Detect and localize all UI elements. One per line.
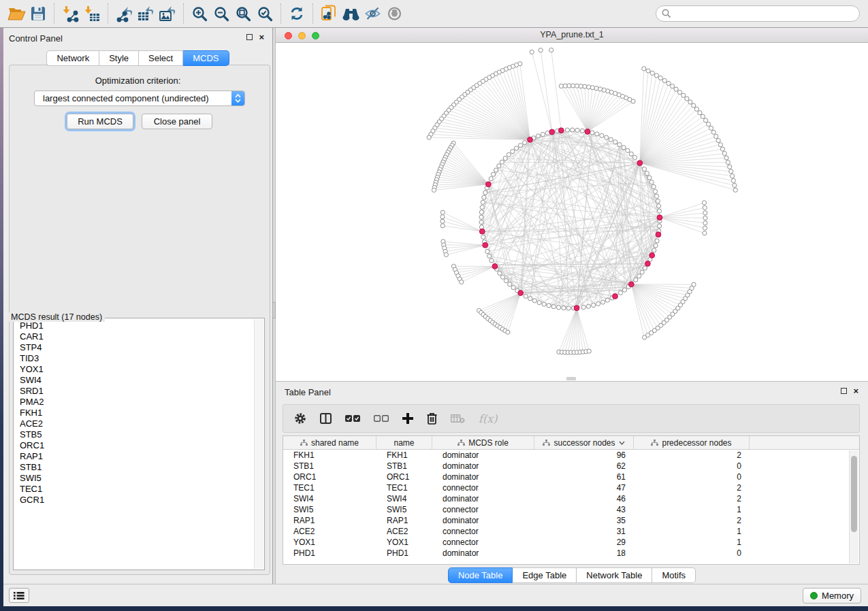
network-node[interactable] <box>701 114 705 118</box>
delete-column-icon[interactable] <box>427 412 437 425</box>
network-node[interactable] <box>662 78 666 82</box>
cell-successor-nodes[interactable]: 35 <box>534 515 634 526</box>
network-node[interactable] <box>703 226 707 230</box>
close-icon[interactable]: × <box>259 34 264 40</box>
network-node[interactable] <box>692 282 696 286</box>
network-node[interactable] <box>523 141 527 145</box>
table-row[interactable]: FKH1FKH1dominator962 <box>283 450 859 461</box>
mcds-result-item[interactable]: RAP1 <box>16 451 253 462</box>
cell-MCDS-role[interactable]: dominator <box>432 493 534 504</box>
network-node[interactable] <box>681 93 686 97</box>
network-node[interactable] <box>658 76 662 80</box>
mcds-dominator-node[interactable] <box>637 161 643 166</box>
task-history-button[interactable] <box>9 588 29 603</box>
network-node[interactable] <box>514 146 518 150</box>
network-node[interactable] <box>666 81 671 85</box>
network-node[interactable] <box>640 270 644 274</box>
mcds-result-item[interactable]: TID3 <box>16 353 253 364</box>
hide-eye-button[interactable] <box>361 3 383 24</box>
cell-shared-name[interactable]: ACE2 <box>283 526 376 537</box>
network-node[interactable] <box>598 87 602 91</box>
network-node[interactable] <box>497 164 501 168</box>
cell-successor-nodes[interactable]: 46 <box>534 493 634 504</box>
network-canvas[interactable] <box>276 43 868 381</box>
mcds-dominator-node[interactable] <box>585 129 590 135</box>
network-node[interactable] <box>646 69 650 73</box>
export-image-button[interactable] <box>157 3 178 24</box>
mcds-dominator-node[interactable] <box>645 261 651 267</box>
mcds-dominator-node[interactable] <box>549 129 555 135</box>
network-node[interactable] <box>508 282 512 286</box>
network-node[interactable] <box>642 167 646 171</box>
network-node[interactable] <box>622 288 626 292</box>
network-node[interactable] <box>658 224 662 228</box>
horizontal-splitter-handle[interactable] <box>566 377 576 380</box>
tab-mcds[interactable]: MCDS <box>183 50 229 66</box>
network-node[interactable] <box>703 211 707 215</box>
network-node[interactable] <box>487 254 492 258</box>
cell-shared-name[interactable]: PHD1 <box>283 548 376 559</box>
mcds-result-item[interactable]: SRD1 <box>16 386 253 397</box>
network-node[interactable] <box>511 286 515 290</box>
network-node[interactable] <box>480 205 484 210</box>
mcds-dominator-node[interactable] <box>628 282 634 287</box>
network-node[interactable] <box>592 303 596 308</box>
network-node[interactable] <box>587 85 591 89</box>
cell-successor-nodes[interactable]: 18 <box>534 548 634 559</box>
network-node[interactable] <box>652 248 656 252</box>
network-node[interactable] <box>730 174 735 178</box>
network-node[interactable] <box>722 151 726 155</box>
network-node[interactable] <box>483 191 487 195</box>
zoom-out-button[interactable] <box>210 3 232 24</box>
mcds-result-item[interactable]: GCR1 <box>16 495 253 506</box>
network-node[interactable] <box>600 133 604 137</box>
mcds-dominator-node[interactable] <box>518 291 524 296</box>
network-node[interactable] <box>595 132 599 136</box>
network-node[interactable] <box>528 297 532 301</box>
network-node[interactable] <box>506 330 510 334</box>
network-node[interactable] <box>570 128 575 132</box>
network-node[interactable] <box>575 128 579 132</box>
cell-successor-nodes[interactable]: 47 <box>534 482 634 493</box>
network-node[interactable] <box>703 216 707 220</box>
network-node[interactable] <box>489 177 493 181</box>
cell-shared-name[interactable]: FKH1 <box>283 450 376 461</box>
cell-shared-name[interactable]: TEC1 <box>283 482 376 493</box>
cell-MCDS-role[interactable]: dominator <box>432 515 534 526</box>
network-node[interactable] <box>537 301 541 305</box>
network-node[interactable] <box>622 146 626 150</box>
network-node[interactable] <box>547 303 551 308</box>
close-panel-button[interactable]: Close panel <box>142 114 212 129</box>
zoom-fit-button[interactable] <box>232 3 254 24</box>
network-node[interactable] <box>629 152 633 156</box>
cell-MCDS-role[interactable]: connector <box>432 537 534 548</box>
cell-predecessor-nodes[interactable]: 2 <box>634 515 750 526</box>
network-node[interactable] <box>440 224 445 228</box>
show-eye-button[interactable] <box>383 3 405 24</box>
cell-MCDS-role[interactable]: connector <box>432 526 534 537</box>
network-node[interactable] <box>703 205 707 210</box>
mcds-dominator-node[interactable] <box>528 137 533 142</box>
network-node[interactable] <box>618 291 622 295</box>
network-node[interactable] <box>559 84 563 88</box>
cell-shared-name[interactable]: SWI5 <box>283 504 376 515</box>
network-node[interactable] <box>601 300 605 304</box>
network-node[interactable] <box>655 239 659 243</box>
network-node[interactable] <box>642 67 646 71</box>
cell-predecessor-nodes[interactable]: 1 <box>634 537 750 548</box>
network-node[interactable] <box>726 161 730 165</box>
cell-successor-nodes[interactable]: 43 <box>534 504 634 515</box>
cell-MCDS-role[interactable]: dominator <box>432 472 534 482</box>
mcds-dominator-node[interactable] <box>613 294 618 299</box>
save-session-button[interactable] <box>27 3 49 24</box>
network-node[interactable] <box>645 171 649 176</box>
cell-predecessor-nodes[interactable]: 0 <box>634 548 750 559</box>
cell-predecessor-nodes[interactable]: 1 <box>634 526 750 537</box>
network-node[interactable] <box>551 305 556 309</box>
network-node[interactable] <box>605 298 609 302</box>
mcds-result-item[interactable]: SWI5 <box>16 473 253 484</box>
mcds-result-item[interactable]: FKH1 <box>16 408 253 418</box>
mcds-result-item[interactable]: CAR1 <box>16 331 253 342</box>
network-node[interactable] <box>655 194 659 198</box>
table-settings-gear-icon[interactable] <box>294 412 306 425</box>
